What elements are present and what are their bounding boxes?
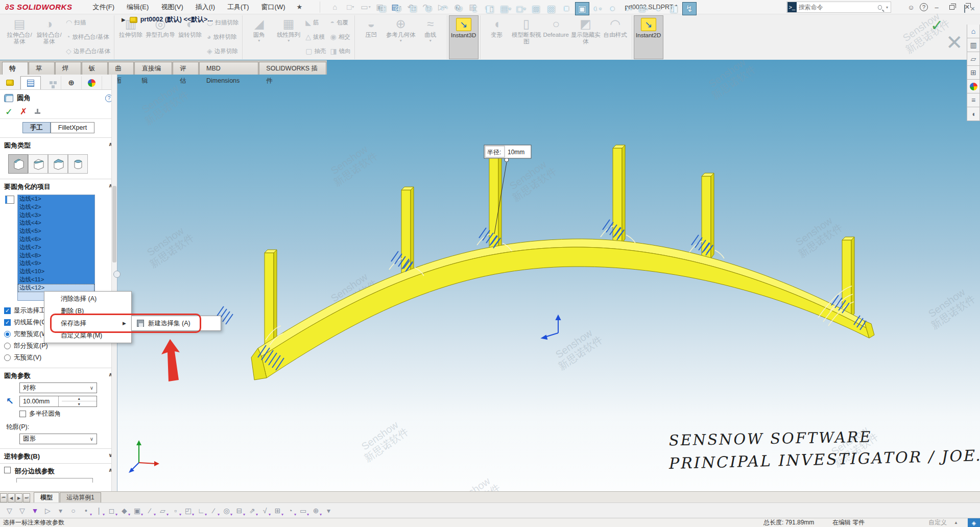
new-file-icon[interactable]: □▾ bbox=[343, 2, 358, 13]
filter-plane-icon[interactable]: ▱ ▾ bbox=[156, 505, 169, 517]
feature-tree-tab[interactable] bbox=[0, 76, 20, 89]
menu-item[interactable]: 编辑(E) bbox=[121, 1, 155, 14]
option-control[interactable] bbox=[4, 307, 11, 314]
ribbon-tab[interactable]: MBD Dimensions bbox=[199, 62, 258, 75]
edit-appearance-icon[interactable]: ● bbox=[606, 2, 620, 15]
ribbon-button[interactable]: ◨ 镜向 bbox=[328, 44, 352, 58]
zoom-out-icon[interactable]: ⊖ bbox=[422, 2, 436, 15]
edge-list-item[interactable]: 边线<5> bbox=[18, 227, 94, 235]
manual-mode-button[interactable]: 手工 bbox=[22, 122, 51, 133]
filter-dimension-icon[interactable]: ⊟ ▾ bbox=[233, 505, 246, 517]
file-explorer-icon[interactable]: ▱ bbox=[967, 52, 980, 66]
multi-radius-checkbox[interactable] bbox=[19, 411, 26, 417]
filter-axis-icon[interactable]: ∕ ▾ bbox=[144, 505, 156, 517]
ribbon-button[interactable]: ◒ 压凹 bbox=[356, 15, 386, 59]
ribbon-button[interactable]: ◩ 显示隐藏实体 bbox=[571, 15, 601, 59]
search-input[interactable] bbox=[799, 4, 878, 11]
body-display-icon[interactable]: ◨ bbox=[667, 2, 681, 15]
ribbon-tab[interactable]: SOLIDWORKS 插件 bbox=[259, 62, 326, 75]
ribbon-button[interactable]: ◈ 边界切除 bbox=[205, 44, 241, 58]
ribbon-button[interactable]: ↘ Instant2D bbox=[634, 15, 663, 59]
ok-button[interactable]: ✓ bbox=[5, 106, 13, 117]
symmetric-select[interactable]: 对称∨ bbox=[19, 382, 97, 393]
ribbon-tab[interactable]: 焊件 bbox=[55, 62, 81, 75]
pan-icon[interactable]: ⊕ bbox=[391, 2, 405, 15]
constant-size-fillet-button[interactable] bbox=[8, 154, 28, 174]
ribbon-tab[interactable]: 评估 bbox=[173, 62, 199, 75]
normal-to-icon[interactable]: ↥ bbox=[468, 2, 482, 15]
submenu-item[interactable]: 新建选择集 (A) bbox=[148, 319, 190, 328]
ribbon-tab[interactable]: 特征 bbox=[2, 62, 28, 75]
panel-scroll-thumb[interactable] bbox=[112, 186, 116, 262]
filter-magnify-icon[interactable]: ◔ ▾ bbox=[284, 505, 297, 517]
menu-item[interactable]: 文件(F) bbox=[86, 1, 121, 14]
radius-input[interactable]: 10.00mm ▲▼ bbox=[19, 396, 97, 407]
partial-edge-checkbox[interactable] bbox=[4, 467, 11, 473]
zoom-to-area-icon[interactable]: ⊞ bbox=[407, 2, 421, 15]
view-palette-icon[interactable]: ⊞ bbox=[967, 66, 980, 80]
menu-item[interactable]: 视图(V) bbox=[155, 1, 189, 14]
first-tab-button[interactable]: ⏮ bbox=[0, 493, 7, 502]
context-menu-item[interactable]: 删除 (B) bbox=[44, 305, 131, 317]
filter-surface-icon[interactable]: ◆ ▾ bbox=[118, 505, 131, 517]
confirm-ok-icon[interactable]: ✓ bbox=[930, 16, 943, 34]
search-icon[interactable] bbox=[878, 5, 882, 10]
option-control[interactable] bbox=[4, 331, 11, 338]
filter-skew-icon[interactable]: ⇗ ▾ bbox=[246, 505, 258, 517]
option-control[interactable] bbox=[4, 354, 11, 361]
ribbon-button[interactable]: ◓ 包覆 bbox=[328, 15, 352, 30]
prev-tab-button[interactable]: ◀ bbox=[8, 493, 15, 502]
ribbon-button[interactable]: ◣ 筋 bbox=[303, 15, 328, 30]
edge-list-item[interactable]: 边线<3> bbox=[18, 211, 94, 220]
filter-funnel-icon[interactable]: ▽ bbox=[3, 505, 16, 517]
ribbon-tab[interactable]: 钣金 bbox=[82, 62, 108, 75]
ribbon-button[interactable]: ○ Defeature bbox=[541, 15, 571, 59]
ribbon-button[interactable]: ≈ 曲线 ▾ bbox=[416, 15, 445, 59]
zoom-to-fit-icon[interactable]: ⊡ bbox=[376, 2, 390, 15]
filter-counter-icon[interactable]: ⊞ ▾ bbox=[271, 505, 284, 517]
variable-size-fillet-button[interactable] bbox=[28, 154, 48, 174]
ribbon-button[interactable]: ▤ 拉伸凸台/基体 bbox=[5, 15, 34, 59]
edge-list-item[interactable]: 边线<2> bbox=[18, 203, 94, 211]
panel-splitter-handle[interactable] bbox=[113, 271, 121, 278]
filter-vertices-icon[interactable]: • ▾ bbox=[80, 505, 92, 517]
menu-item[interactable]: 窗口(W) bbox=[255, 1, 292, 14]
display-style-shaded-edges-icon[interactable]: ▩ bbox=[544, 2, 559, 15]
option-control[interactable] bbox=[4, 319, 11, 326]
pin-menu-icon[interactable]: ★ bbox=[297, 3, 303, 11]
property-manager-tab[interactable] bbox=[20, 76, 41, 89]
radius-spinner[interactable]: ▲▼ bbox=[58, 396, 97, 406]
display-style-hidden-lines-icon[interactable]: ▨ bbox=[529, 2, 543, 15]
ribbon-button[interactable]: ▦ 线性阵列 ▾ bbox=[274, 15, 303, 59]
filter-solid-icon[interactable]: ▣ ▾ bbox=[131, 505, 144, 517]
filter-note-icon[interactable]: ▭ ▾ bbox=[297, 505, 309, 517]
context-menu-item[interactable]: 保存选择▶ bbox=[44, 317, 131, 329]
filletxpert-mode-button[interactable]: FilletXpert bbox=[51, 122, 94, 133]
edge-list-item[interactable]: 边线<4> bbox=[18, 219, 94, 227]
view-settings-icon[interactable]: ⊟▾ bbox=[636, 2, 651, 15]
edge-list-item[interactable]: 边线<7> bbox=[18, 244, 94, 252]
ribbon-tab[interactable]: 曲面 bbox=[108, 62, 134, 75]
ribbon-button[interactable]: △ 拔模 bbox=[303, 30, 328, 44]
clear-filter-icon[interactable]: ▽ bbox=[16, 505, 29, 517]
ribbon-button[interactable]: ▢ 抽壳 bbox=[303, 44, 328, 58]
status-tag-icon[interactable]: ◈ bbox=[968, 518, 980, 527]
filter-weld-icon[interactable]: ⊕ ▾ bbox=[309, 505, 322, 517]
minimize-button[interactable]: – bbox=[930, 2, 943, 13]
appearances-scenes-icon[interactable] bbox=[967, 80, 980, 93]
partial-edge-field[interactable] bbox=[16, 478, 93, 483]
ribbon-button[interactable]: ◑ 旋转凸台/基体 bbox=[34, 15, 64, 59]
model-tab[interactable]: 模型 bbox=[34, 492, 59, 502]
ribbon-button[interactable]: ◇ 边界凸台/基体 bbox=[64, 44, 112, 58]
ribbon-button[interactable]: ⊕ 参考几何体 ▾ bbox=[386, 15, 416, 59]
section-view-icon[interactable]: ◧ bbox=[483, 2, 497, 15]
expand-arrow-icon[interactable]: ▶ bbox=[122, 17, 126, 22]
filter-frame-icon[interactable]: ◰ ▾ bbox=[182, 505, 195, 517]
context-menu-item[interactable]: 自定义菜单(M) bbox=[44, 329, 131, 342]
ribbon-button[interactable]: ◠ 自由样式 bbox=[601, 15, 630, 59]
ribbon-button[interactable]: ◕ 放样切除 bbox=[205, 30, 241, 44]
display-style-shaded-icon[interactable]: ■ bbox=[560, 2, 574, 15]
rotate-view-icon[interactable]: ↻ bbox=[452, 2, 467, 15]
ribbon-button[interactable]: ◠ 扫描 bbox=[64, 15, 112, 30]
display-style-current-icon[interactable]: ▣ bbox=[575, 2, 589, 15]
